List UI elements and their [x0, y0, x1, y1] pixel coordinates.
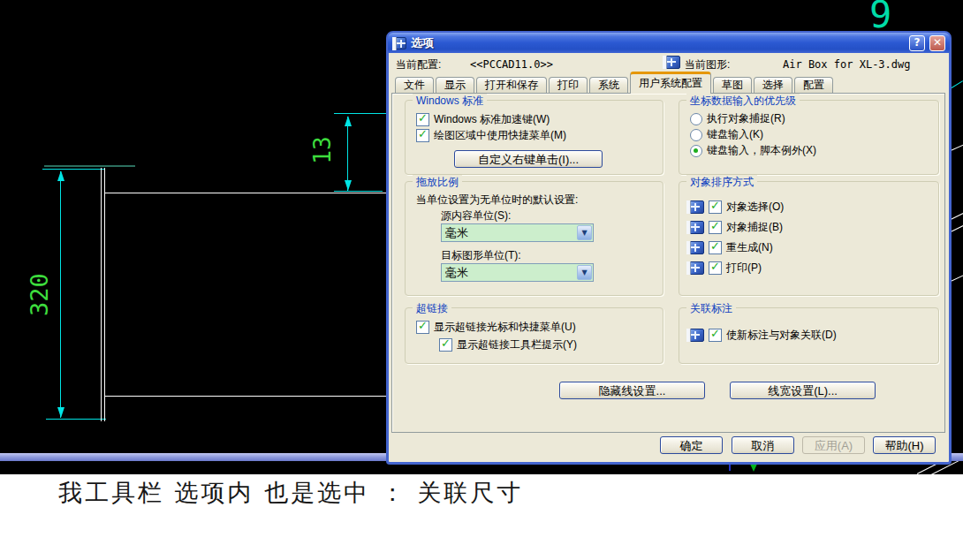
draworder-icon	[686, 201, 704, 214]
part-edge-top	[104, 193, 386, 193]
source-units-label: 源内容单位(S):	[441, 208, 511, 223]
note-text: 我工具栏 选项内 也是选中 ： 关联尺寸	[58, 477, 523, 509]
current-drawing-value: Air Box for XL-3.dwg	[783, 58, 911, 71]
help-titlebar-button[interactable]: ?	[909, 35, 925, 51]
note-strip: 我工具栏 选项内 也是选中 ： 关联尺寸	[0, 474, 963, 560]
current-config-value: <<PCCAD11.0>>	[470, 58, 553, 71]
tab-open-save[interactable]: 打开和保存	[476, 77, 547, 94]
dim-extension-line	[334, 191, 383, 192]
windows-standard-group: Windows 标准 ✓ Windows 标准加速键(W) ✓ 绘图区域中使用快…	[405, 100, 663, 175]
tab-strip: 文件 显示 打开和保存 打印 系统 用户系统配置 草图 选择 配置	[395, 74, 835, 94]
close-button[interactable]: ✕	[929, 35, 945, 51]
checkmark-icon: ✓	[710, 219, 720, 232]
group-title: 超链接	[413, 301, 451, 316]
part-edge-bottom	[104, 396, 386, 397]
tab-system[interactable]: 系统	[589, 77, 628, 94]
radio-keyboard-entry[interactable]: 键盘输入(K)	[690, 127, 763, 142]
group-title: 拖放比例	[413, 175, 462, 190]
coord-priority-group: 坐标数据输入的优先级 执行对象捕捉(R) 键盘输入(K) 键盘输入，脚本例外(X…	[679, 100, 939, 175]
dim-extension-line	[42, 169, 104, 170]
checkmark-icon: ✓	[441, 337, 451, 350]
dim-arrow-down-icon	[57, 407, 64, 418]
cad-edge-line	[951, 275, 963, 282]
radio-running-osnap[interactable]: 执行对象捕捉(R)	[690, 111, 785, 126]
checkmark-icon: ✓	[418, 319, 428, 332]
draworder-icon	[686, 221, 704, 234]
cad-edge-line	[951, 145, 963, 151]
dim-arrow-up-icon	[57, 170, 64, 181]
lineweight-settings-button[interactable]: 线宽设置(L)...	[730, 382, 876, 399]
part-outline	[101, 168, 105, 421]
regen-row[interactable]: ✓ 重生成(N)	[686, 240, 773, 255]
dialog-title: 选项	[411, 35, 905, 51]
tab-selection[interactable]: 选择	[754, 77, 792, 94]
checkmark-icon: ✓	[710, 327, 720, 340]
object-snap-row[interactable]: ✓ 对象捕捉(B)	[686, 220, 783, 235]
dwg-file-icon	[663, 56, 680, 69]
checkmark-icon: ✓	[710, 239, 720, 253]
assoc-dim-checkbox[interactable]: ✓ 使新标注与对象关联(D)	[686, 328, 837, 343]
drag-scale-description: 当单位设置为无单位时的默认设置:	[416, 193, 578, 208]
shortcut-menu-checkbox[interactable]: ✓ 绘图区域中使用快捷菜单(M)	[416, 128, 566, 143]
checkmark-icon: ✓	[710, 199, 720, 212]
current-drawing-label: 当前图形:	[685, 57, 730, 72]
ok-button[interactable]: 确定	[660, 436, 723, 454]
hidden-line-settings-button[interactable]: 隐藏线设置...	[559, 382, 705, 399]
draworder-icon	[686, 329, 704, 342]
object-select-row[interactable]: ✓ 对象选择(O)	[686, 200, 784, 215]
tab-profiles[interactable]: 配置	[794, 77, 833, 94]
checkmark-icon: ✓	[418, 111, 428, 125]
draworder-icon	[686, 261, 704, 275]
radio-keyboard-except-scripts[interactable]: 键盘输入，脚本例外(X)	[690, 143, 816, 158]
object-sort-group: 对象排序方式 ✓ 对象选择(O) ✓ 对象捕捉(B) ✓ 重生成(N)	[679, 181, 939, 296]
pccad-app-window: 9 320 13	[0, 0, 963, 560]
options-dialog: 选项 ? ✕ 当前配置: <<PCCAD11.0>> 当前图形: Air Box…	[386, 31, 952, 465]
group-title: Windows 标准	[413, 94, 487, 109]
dim-text-320: 320	[25, 268, 53, 321]
dim-arrow-up-icon	[345, 116, 352, 126]
checkmark-icon: ✓	[710, 260, 720, 273]
user-preferences-page: Windows 标准 ✓ Windows 标准加速键(W) ✓ 绘图区域中使用快…	[391, 93, 945, 433]
tab-plot[interactable]: 打印	[549, 77, 588, 94]
group-title: 对象排序方式	[686, 175, 757, 190]
help-button[interactable]: 帮助(H)	[873, 436, 936, 454]
cad-edge-line	[951, 213, 963, 220]
tab-user-preferences[interactable]: 用户系统配置	[630, 72, 711, 94]
dialog-titlebar[interactable]: 选项 ? ✕	[388, 33, 950, 53]
combobox-dropdown-icon[interactable]: ▼	[577, 225, 592, 240]
plot-row[interactable]: ✓ 打印(P)	[686, 261, 762, 276]
source-units-combobox[interactable]: 毫米 ▼	[441, 223, 594, 242]
tab-files[interactable]: 文件	[395, 77, 434, 94]
assoc-dim-group: 关联标注 ✓ 使新标注与对象关联(D)	[679, 307, 939, 364]
group-title: 坐标数据输入的优先级	[686, 94, 800, 109]
drag-scale-group: 拖放比例 当单位设置为无单位时的默认设置: 源内容单位(S): 毫米 ▼ 目标图…	[405, 181, 663, 296]
windows-accel-checkbox[interactable]: ✓ Windows 标准加速键(W)	[416, 112, 550, 127]
draworder-icon	[686, 241, 704, 254]
target-units-label: 目标图形单位(T):	[441, 248, 521, 263]
hyperlink-cursor-checkbox[interactable]: ✓ 显示超链接光标和快捷菜单(U)	[416, 320, 576, 335]
cad-dark-line	[44, 165, 135, 167]
dim-extension-line	[334, 113, 386, 114]
pccad-app-icon	[392, 37, 406, 49]
checkmark-icon: ✓	[418, 127, 428, 140]
current-config-label: 当前配置:	[396, 57, 441, 72]
group-title: 关联标注	[686, 301, 736, 316]
dim-arrow-down-icon	[345, 180, 352, 191]
hyperlink-group: 超链接 ✓ 显示超链接光标和快捷菜单(U) ✓ 显示超链接工具栏提示(Y)	[405, 307, 663, 364]
combobox-dropdown-icon[interactable]: ▼	[577, 265, 592, 280]
customize-right-click-button[interactable]: 自定义右键单击(I)...	[454, 150, 603, 168]
cancel-button[interactable]: 取消	[732, 436, 794, 454]
tab-display[interactable]: 显示	[436, 77, 474, 94]
dim-extension-line	[46, 419, 106, 420]
cad-edge-line	[952, 80, 963, 88]
cad-edge-line	[951, 225, 963, 232]
target-units-combobox[interactable]: 毫米 ▼	[441, 263, 594, 282]
dim-line-320	[60, 171, 61, 418]
tab-drafting[interactable]: 草图	[713, 77, 752, 94]
hyperlink-tooltip-checkbox[interactable]: ✓ 显示超链接工具栏提示(Y)	[439, 337, 577, 352]
apply-button: 应用(A)	[802, 436, 865, 454]
dim-text-13: 13	[309, 129, 336, 171]
